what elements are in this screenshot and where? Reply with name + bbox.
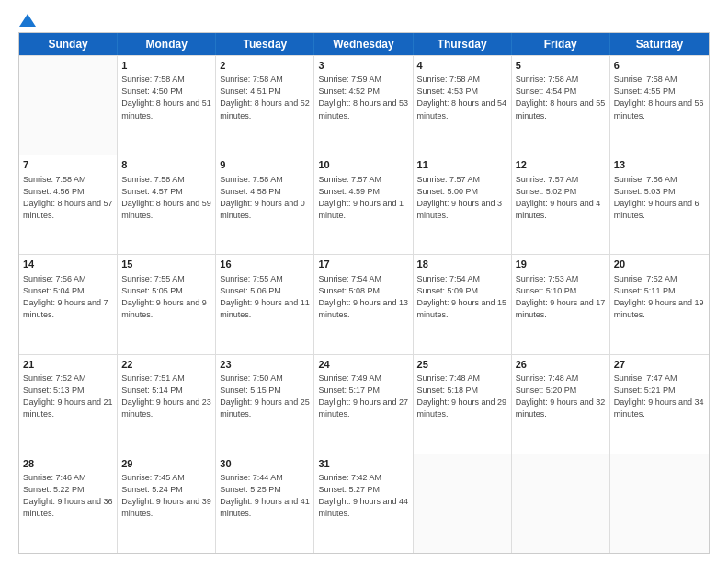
calendar-week-2: 7Sunrise: 7:58 AMSunset: 4:56 PMDaylight…	[19, 155, 709, 254]
header-tuesday: Tuesday	[216, 33, 314, 55]
day-info: Sunrise: 7:55 AMSunset: 5:05 PMDaylight:…	[121, 273, 211, 321]
day-number: 22	[121, 358, 211, 372]
day-info: Sunrise: 7:57 AMSunset: 4:59 PMDaylight:…	[318, 174, 408, 222]
sunrise-text: Sunrise: 7:56 AM	[614, 174, 705, 186]
day-info: Sunrise: 7:46 AMSunset: 5:22 PMDaylight:…	[23, 472, 113, 520]
day-number: 9	[220, 158, 310, 172]
header	[18, 14, 710, 25]
sunrise-text: Sunrise: 7:54 AM	[318, 273, 408, 285]
sunset-text: Sunset: 4:58 PM	[220, 186, 310, 198]
day-info: Sunrise: 7:58 AMSunset: 4:53 PMDaylight:…	[417, 74, 507, 121]
sunrise-text: Sunrise: 7:42 AM	[318, 472, 408, 484]
day-info: Sunrise: 7:57 AMSunset: 5:00 PMDaylight:…	[417, 174, 507, 222]
daylight-text: Daylight: 9 hours and 4 minutes.	[516, 198, 606, 222]
daylight-text: Daylight: 9 hours and 1 minute.	[318, 198, 408, 222]
day-info: Sunrise: 7:53 AMSunset: 5:10 PMDaylight:…	[516, 273, 606, 321]
sunrise-text: Sunrise: 7:53 AM	[516, 273, 606, 285]
day-number: 3	[318, 59, 408, 73]
sunrise-text: Sunrise: 7:44 AM	[220, 472, 310, 484]
daylight-text: Daylight: 9 hours and 34 minutes.	[614, 396, 705, 420]
day-number: 25	[417, 358, 507, 372]
sunset-text: Sunset: 5:20 PM	[516, 385, 606, 396]
day-info: Sunrise: 7:58 AMSunset: 4:57 PMDaylight:…	[121, 174, 211, 222]
calendar: Sunday Monday Tuesday Wednesday Thursday…	[18, 32, 710, 554]
day-number: 8	[121, 158, 211, 172]
day-info: Sunrise: 7:45 AMSunset: 5:24 PMDaylight:…	[121, 472, 211, 520]
day-info: Sunrise: 7:58 AMSunset: 4:50 PMDaylight:…	[121, 74, 211, 121]
sunrise-text: Sunrise: 7:52 AM	[23, 373, 113, 385]
day-info: Sunrise: 7:59 AMSunset: 4:52 PMDaylight:…	[318, 74, 408, 121]
sunrise-text: Sunrise: 7:58 AM	[220, 74, 310, 86]
calendar-cell: 14Sunrise: 7:56 AMSunset: 5:04 PMDayligh…	[19, 255, 118, 353]
day-info: Sunrise: 7:58 AMSunset: 4:55 PMDaylight:…	[614, 74, 705, 121]
daylight-text: Daylight: 8 hours and 55 minutes.	[516, 98, 606, 121]
sunrise-text: Sunrise: 7:52 AM	[614, 273, 705, 285]
sunset-text: Sunset: 5:09 PM	[417, 285, 507, 297]
daylight-text: Daylight: 9 hours and 29 minutes.	[417, 396, 507, 420]
day-number: 6	[614, 59, 705, 73]
daylight-text: Daylight: 9 hours and 9 minutes.	[121, 297, 211, 321]
sunrise-text: Sunrise: 7:57 AM	[417, 174, 507, 186]
day-number: 20	[614, 258, 705, 271]
day-number: 10	[318, 158, 408, 172]
sunset-text: Sunset: 5:18 PM	[417, 385, 507, 396]
sunset-text: Sunset: 5:27 PM	[318, 484, 408, 496]
day-info: Sunrise: 7:42 AMSunset: 5:27 PMDaylight:…	[318, 472, 408, 520]
calendar-cell: 28Sunrise: 7:46 AMSunset: 5:22 PMDayligh…	[19, 454, 118, 553]
calendar-cell: 16Sunrise: 7:55 AMSunset: 5:06 PMDayligh…	[216, 255, 314, 353]
day-info: Sunrise: 7:47 AMSunset: 5:21 PMDaylight:…	[614, 373, 705, 420]
day-number: 14	[23, 258, 113, 271]
calendar-cell: 15Sunrise: 7:55 AMSunset: 5:05 PMDayligh…	[118, 255, 216, 353]
day-info: Sunrise: 7:58 AMSunset: 4:51 PMDaylight:…	[220, 74, 310, 121]
calendar-cell: 17Sunrise: 7:54 AMSunset: 5:08 PMDayligh…	[314, 255, 413, 353]
sunrise-text: Sunrise: 7:48 AM	[516, 373, 606, 385]
day-number: 31	[318, 457, 408, 471]
sunrise-text: Sunrise: 7:48 AM	[417, 373, 507, 385]
day-info: Sunrise: 7:55 AMSunset: 5:06 PMDaylight:…	[220, 273, 310, 321]
calendar-header: Sunday Monday Tuesday Wednesday Thursday…	[19, 33, 709, 55]
day-info: Sunrise: 7:49 AMSunset: 5:17 PMDaylight:…	[318, 373, 408, 420]
daylight-text: Daylight: 9 hours and 13 minutes.	[318, 297, 408, 321]
day-number: 1	[121, 59, 211, 73]
calendar-cell: 1Sunrise: 7:58 AMSunset: 4:50 PMDaylight…	[118, 56, 216, 155]
daylight-text: Daylight: 8 hours and 52 minutes.	[220, 98, 310, 121]
sunrise-text: Sunrise: 7:54 AM	[417, 273, 507, 285]
calendar-cell: 10Sunrise: 7:57 AMSunset: 4:59 PMDayligh…	[314, 155, 413, 254]
calendar-cell: 9Sunrise: 7:58 AMSunset: 4:58 PMDaylight…	[216, 155, 314, 254]
calendar-cell: 31Sunrise: 7:42 AMSunset: 5:27 PMDayligh…	[314, 454, 413, 553]
header-saturday: Saturday	[610, 33, 709, 55]
daylight-text: Daylight: 9 hours and 11 minutes.	[220, 297, 310, 321]
daylight-text: Daylight: 8 hours and 56 minutes.	[614, 98, 705, 121]
day-number: 16	[220, 258, 310, 271]
daylight-text: Daylight: 9 hours and 21 minutes.	[23, 396, 113, 420]
calendar-body: 1Sunrise: 7:58 AMSunset: 4:50 PMDaylight…	[19, 55, 709, 553]
calendar-cell: 20Sunrise: 7:52 AMSunset: 5:11 PMDayligh…	[610, 255, 709, 353]
sunset-text: Sunset: 5:13 PM	[23, 385, 113, 396]
sunset-text: Sunset: 4:53 PM	[417, 86, 507, 98]
calendar-cell: 2Sunrise: 7:58 AMSunset: 4:51 PMDaylight…	[216, 56, 314, 155]
sunset-text: Sunset: 5:02 PM	[516, 186, 606, 198]
day-info: Sunrise: 7:54 AMSunset: 5:08 PMDaylight:…	[318, 273, 408, 321]
calendar-cell: 19Sunrise: 7:53 AMSunset: 5:10 PMDayligh…	[512, 255, 610, 353]
day-number: 11	[417, 158, 507, 172]
sunset-text: Sunset: 5:25 PM	[220, 484, 310, 496]
page: Sunday Monday Tuesday Wednesday Thursday…	[0, 0, 728, 563]
sunset-text: Sunset: 5:04 PM	[23, 285, 113, 297]
daylight-text: Daylight: 9 hours and 23 minutes.	[121, 396, 211, 420]
sunrise-text: Sunrise: 7:50 AM	[220, 373, 310, 385]
sunrise-text: Sunrise: 7:58 AM	[23, 174, 113, 186]
calendar-cell: 30Sunrise: 7:44 AMSunset: 5:25 PMDayligh…	[216, 454, 314, 553]
day-number: 27	[614, 358, 705, 372]
svg-marker-0	[19, 14, 36, 27]
day-number: 12	[516, 158, 606, 172]
day-info: Sunrise: 7:50 AMSunset: 5:15 PMDaylight:…	[220, 373, 310, 420]
sunrise-text: Sunrise: 7:46 AM	[23, 472, 113, 484]
calendar-cell: 27Sunrise: 7:47 AMSunset: 5:21 PMDayligh…	[610, 355, 709, 454]
daylight-text: Daylight: 8 hours and 53 minutes.	[318, 98, 408, 121]
calendar-cell	[610, 454, 709, 553]
sunset-text: Sunset: 4:59 PM	[318, 186, 408, 198]
calendar-cell: 25Sunrise: 7:48 AMSunset: 5:18 PMDayligh…	[414, 355, 512, 454]
daylight-text: Daylight: 9 hours and 44 minutes.	[318, 496, 408, 520]
sunrise-text: Sunrise: 7:58 AM	[614, 74, 705, 86]
calendar-cell: 7Sunrise: 7:58 AMSunset: 4:56 PMDaylight…	[19, 155, 118, 254]
